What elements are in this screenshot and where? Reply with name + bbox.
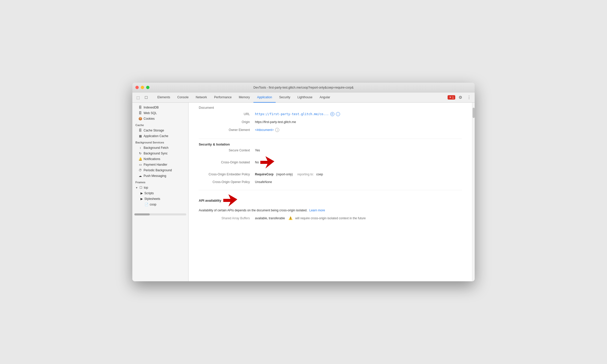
sidebar-scrollbar-thumb[interactable] (134, 213, 150, 215)
tab-elements[interactable]: Elements (154, 92, 174, 103)
cursor-icon[interactable]: ⬚ (134, 94, 142, 101)
sidebar-item-periodic-bg-label: Periodic Background (144, 168, 172, 172)
sidebar-item-cookies[interactable]: 🍪 Cookies (132, 116, 188, 122)
red-arrow-2 (223, 194, 237, 207)
sidebar-item-push-messaging[interactable]: ☁ Push Messaging (132, 173, 188, 179)
sidebar-item-indexeddb[interactable]: 🗄 IndexedDB (132, 105, 188, 110)
secure-context-label: Secure Context (199, 149, 255, 152)
maximize-button[interactable] (146, 86, 149, 89)
url-value: https://first-party-test.glitch.me/co...… (255, 112, 340, 116)
tab-lighthouse[interactable]: Lighthouse (294, 92, 316, 103)
device-toolbar-icon[interactable]: ☐ (143, 94, 150, 101)
svg-marker-0 (260, 156, 274, 168)
tabbar-tools: ⬚ ☐ (134, 94, 150, 101)
bg-services-section-header: Background Services (132, 139, 188, 145)
origin-label: Origin (199, 120, 255, 124)
more-options-icon[interactable]: ⋮ (465, 94, 473, 101)
api-title-row: API availablity (199, 194, 462, 207)
security-heading-text: Security & Isolation (199, 142, 230, 146)
copy-url-icon[interactable]: © (330, 112, 334, 116)
sidebar-item-payment-handler-label: Payment Handler (144, 163, 167, 166)
sidebar-item-cache-storage[interactable]: 🗄 Cache Storage (132, 128, 188, 133)
info-icon[interactable]: i (275, 128, 279, 132)
sidebar-stylesheets-label: Stylesheets (144, 197, 160, 201)
warning-icon: ⚠️ (288, 216, 293, 220)
close-button[interactable] (135, 86, 139, 89)
url-text: https://first-party-test.glitch.me/co... (255, 112, 329, 116)
error-count: 1 (452, 96, 454, 99)
sidebar-item-push-messaging-label: Push Messaging (144, 174, 166, 178)
cross-origin-isolated-value: No (255, 156, 274, 168)
sidebar-item-top-frame[interactable]: ▼ ☐ top (132, 185, 188, 190)
tab-angular[interactable]: Angular (316, 92, 334, 103)
coep-paren: (report-only) (276, 173, 293, 176)
learn-more-link[interactable]: Learn more (309, 209, 325, 212)
tab-console[interactable]: Console (174, 92, 192, 103)
sidebar-item-notifications-label: Notifications (144, 157, 160, 161)
url-label: URL (199, 112, 255, 116)
owner-element-link[interactable]: <#document> (255, 128, 274, 132)
sidebar-item-bg-sync[interactable]: ↻ Background Sync (132, 151, 188, 156)
sidebar-item-application-cache[interactable]: ▦ Application Cache (132, 133, 188, 139)
coep-reporting: reporting to: (297, 173, 314, 176)
shared-array-buffers-row: Shared Array Buffers available, transfer… (199, 216, 462, 220)
url-field-row: URL https://first-party-test.glitch.me/c… (199, 112, 462, 116)
sidebar-item-payment-handler[interactable]: ▭ Payment Handler (132, 162, 188, 167)
sidebar-item-indexeddb-label: IndexedDB (144, 106, 159, 109)
main-panel-scrollbar[interactable] (472, 103, 475, 281)
sidebar-scrollbar-track[interactable] (134, 213, 186, 215)
cross-origin-isolated-row: Cross-Origin Isolated No (199, 156, 462, 168)
coep-label: Cross-Origin Embedder Policy (199, 173, 255, 176)
sidebar-item-websql[interactable]: 🗄 Web SQL (132, 110, 188, 116)
tab-application[interactable]: Application (253, 92, 276, 103)
sidebar-item-coop[interactable]: 📄 coop (132, 202, 188, 207)
api-availability-section: API availablity Availability of certain … (189, 190, 472, 228)
file-icon: 📄 (145, 203, 148, 206)
sidebar-item-notifications[interactable]: 🔔 Notifications (132, 156, 188, 162)
websql-icon: 🗄 (138, 111, 142, 115)
settings-icon[interactable]: ⚙ (457, 94, 464, 101)
owner-element-field-row: Owner Element <#document> i (199, 128, 462, 132)
tab-performance[interactable]: Performance (211, 92, 235, 103)
cross-origin-isolated-text: No (255, 161, 259, 164)
coop-row: Cross-Origin Opener Policy UnsafeNone (199, 180, 462, 184)
cache-section-header: Cache (132, 122, 188, 128)
bg-fetch-icon: ↕ (138, 146, 142, 150)
sidebar-scripts-label: Scripts (144, 191, 154, 195)
frames-section-header: Frames (132, 179, 188, 185)
sidebar-item-scripts[interactable]: ▶ Scripts (132, 190, 188, 196)
sidebar-item-bg-fetch[interactable]: ↕ Background Fetch (132, 145, 188, 151)
coep-endpoint: coep (316, 173, 323, 176)
coop-value: UnsafeNone (255, 180, 272, 184)
sidebar-item-cache-storage-label: Cache Storage (144, 129, 164, 132)
coop-label: Cross-Origin Opener Policy (199, 180, 255, 184)
bg-sync-icon: ↻ (138, 152, 142, 155)
cache-storage-icon: 🗄 (138, 129, 142, 132)
owner-element-value[interactable]: <#document> i (255, 128, 279, 132)
cookies-icon: 🍪 (138, 117, 142, 120)
scrollbar-thumb[interactable] (473, 108, 475, 118)
push-messaging-icon: ☁ (138, 174, 142, 178)
sidebar-item-websql-label: Web SQL (144, 111, 157, 115)
collapse-arrow-icon: ▼ (135, 186, 138, 189)
titlebar: DevTools - first-party-test.glitch.me/co… (132, 83, 475, 92)
document-section-label: Document (189, 103, 472, 110)
navigate-url-icon[interactable]: ↑ (336, 112, 340, 116)
red-arrow-1 (260, 156, 274, 168)
error-badge[interactable]: ✕ 1 (448, 95, 455, 100)
devtools-window: DevTools - first-party-test.glitch.me/co… (132, 83, 475, 281)
sidebar-item-application-cache-label: Application Cache (144, 134, 168, 138)
scripts-expand-icon: ▶ (141, 191, 143, 195)
sidebar-item-periodic-bg[interactable]: ⏱ Periodic Background (132, 167, 188, 173)
tab-memory[interactable]: Memory (235, 92, 253, 103)
stylesheets-expand-icon: ▶ (141, 197, 143, 201)
tabbar-actions: ✕ 1 ⚙ ⋮ (448, 94, 473, 101)
minimize-button[interactable] (141, 86, 144, 89)
sidebar-item-stylesheets[interactable]: ▶ Stylesheets (132, 196, 188, 202)
tab-security[interactable]: Security (276, 92, 294, 103)
security-fields: Secure Context Yes Cross-Origin Isolated… (189, 147, 472, 190)
payment-handler-icon: ▭ (138, 163, 142, 166)
error-icon: ✕ (449, 96, 451, 99)
window-controls (135, 86, 149, 89)
tab-network[interactable]: Network (192, 92, 211, 103)
